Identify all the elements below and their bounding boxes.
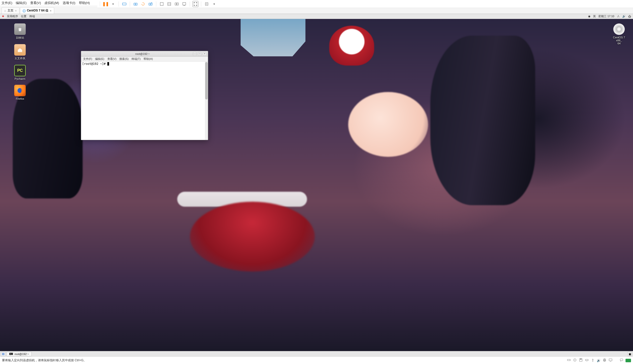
vm-guest-display[interactable]: ◆ 应用程序 位置 终端 ◉ 英 星期三 17:10 🔊 ⏻ bbox=[0, 14, 633, 356]
term-menu-search[interactable]: 搜索(S) bbox=[119, 57, 129, 61]
svg-rect-41 bbox=[609, 359, 612, 361]
network-icon[interactable] bbox=[617, 15, 620, 18]
toolbar-separator bbox=[201, 2, 201, 6]
svg-rect-9 bbox=[160, 2, 163, 6]
view-single-button[interactable] bbox=[159, 1, 165, 7]
gnome-top-panel: ◆ 应用程序 位置 终端 ◉ 英 星期三 17:10 🔊 ⏻ bbox=[0, 14, 633, 19]
snapshot-revert-button[interactable] bbox=[140, 1, 146, 7]
snapshot-button[interactable] bbox=[133, 1, 138, 7]
show-desktop-button[interactable] bbox=[1, 352, 6, 356]
power-icon[interactable]: ⏻ bbox=[628, 15, 631, 18]
gnome-desktop[interactable]: 回收站 主文件夹 PC Pycharm Firefox bbox=[0, 19, 633, 351]
tab-home-close[interactable]: × bbox=[15, 9, 17, 12]
camera-icon bbox=[133, 2, 138, 6]
stretch-guest-button[interactable] bbox=[204, 1, 210, 7]
svg-point-18 bbox=[619, 17, 619, 17]
send-ctrl-alt-del-button[interactable] bbox=[121, 1, 127, 7]
trash-icon bbox=[14, 24, 26, 35]
desktop-icon-disc[interactable]: CentOS 7 x86_ 64 bbox=[610, 24, 628, 45]
desktop-icon-home[interactable]: 主文件夹 bbox=[11, 44, 29, 60]
terminal-scrollbar-thumb[interactable] bbox=[205, 62, 208, 100]
svg-rect-32 bbox=[586, 359, 588, 360]
term-menu-edit[interactable]: 编辑(E) bbox=[95, 57, 104, 61]
manager-icon bbox=[148, 2, 153, 6]
toolbar-separator bbox=[130, 2, 130, 6]
workspace-switcher[interactable]: ▣ bbox=[627, 352, 632, 356]
device-usb-icon[interactable] bbox=[591, 358, 595, 363]
terminal-maximize-button[interactable]: □ bbox=[198, 52, 201, 56]
firefox-icon bbox=[14, 85, 26, 96]
device-network-icon[interactable] bbox=[585, 358, 589, 363]
unity-icon bbox=[174, 2, 179, 6]
vm-menu-vm[interactable]: 虚拟机(M) bbox=[45, 1, 59, 5]
terminal-close-button[interactable]: × bbox=[203, 52, 206, 56]
vm-running-indicator[interactable] bbox=[625, 359, 631, 362]
svg-rect-8 bbox=[151, 2, 152, 3]
fullscreen-enter-icon bbox=[193, 2, 198, 6]
tab-centos-close[interactable]: × bbox=[50, 9, 51, 12]
terminal-menubar: 文件(F) 编辑(E) 查看(V) 搜索(S) 终端(T) 帮助(H) bbox=[81, 56, 208, 62]
device-display-icon[interactable] bbox=[608, 358, 612, 363]
vmware-statusbar: 要将输入定向到该虚拟机，请将鼠标指针移入其中或按 Ctrl+G。 🔊 bbox=[0, 356, 633, 364]
input-method-indicator[interactable]: 英 bbox=[593, 14, 596, 18]
svg-point-2 bbox=[124, 4, 125, 4]
gnome-menu-places[interactable]: 位置 bbox=[21, 14, 27, 18]
view-split-button[interactable] bbox=[166, 1, 172, 7]
desktop-icon-firefox[interactable]: Firefox bbox=[11, 85, 29, 100]
gnome-menu-terminal[interactable]: 终端 bbox=[30, 14, 35, 18]
terminal-titlebar[interactable]: root@192:~ — □ × bbox=[81, 51, 208, 56]
term-menu-file[interactable]: 文件(F) bbox=[83, 57, 92, 61]
revert-icon bbox=[141, 2, 145, 6]
desktop-icon-firefox-label: Firefox bbox=[16, 97, 24, 100]
device-cd-icon[interactable] bbox=[573, 358, 577, 363]
vm-menu-edit[interactable]: 编辑(E) bbox=[16, 1, 27, 5]
desktop-icon-disc-label: CentOS 7 x86_ 64 bbox=[610, 36, 628, 45]
terminal-title: root@192:~ bbox=[94, 52, 191, 55]
pause-dropdown[interactable]: ▾ bbox=[110, 1, 116, 7]
tab-home-label: 主页 bbox=[8, 8, 14, 13]
gnome-menu-applications[interactable]: 应用程序 bbox=[7, 14, 18, 18]
accessibility-icon[interactable]: ◉ bbox=[588, 15, 590, 18]
clock-label[interactable]: 星期三 17:10 bbox=[598, 14, 614, 18]
show-desktop-icon bbox=[2, 352, 5, 356]
view-console-button[interactable] bbox=[181, 1, 187, 7]
device-sound-icon[interactable]: 🔊 bbox=[597, 359, 600, 362]
vm-menu-help[interactable]: 帮助(H) bbox=[79, 1, 90, 5]
vm-menu-tabs[interactable]: 选项卡(I) bbox=[63, 1, 75, 5]
desktop-icon-trash[interactable]: 回收站 bbox=[11, 24, 29, 40]
volume-icon[interactable]: 🔊 bbox=[622, 15, 626, 18]
desktop-icon-pycharm[interactable]: PC Pycharm bbox=[11, 65, 29, 80]
snapshot-manager-button[interactable] bbox=[147, 1, 153, 7]
device-printer-icon[interactable] bbox=[602, 358, 606, 363]
gnome-bottom-panel: >_ root@192:~ ▣ bbox=[0, 351, 633, 356]
tab-centos[interactable]: ▢ CentOS 7 64 位 × bbox=[20, 7, 54, 14]
svg-rect-4 bbox=[134, 3, 137, 5]
term-menu-view[interactable]: 查看(V) bbox=[107, 57, 117, 61]
terminal-window[interactable]: root@192:~ — □ × 文件(F) 编辑(E) 查看(V) 搜索(S)… bbox=[81, 51, 208, 140]
desktop-icons-left: 回收站 主文件夹 PC Pycharm Firefox bbox=[11, 24, 29, 100]
message-log-icon[interactable] bbox=[619, 358, 623, 363]
svg-rect-31 bbox=[580, 359, 581, 360]
terminal-scrollbar[interactable] bbox=[205, 62, 208, 140]
split-window-icon bbox=[167, 2, 171, 6]
pause-vm-button[interactable]: ❚❚ bbox=[103, 1, 109, 7]
tab-home[interactable]: ⌂ 主页 × bbox=[2, 7, 20, 14]
terminal-taskbar-icon: >_ bbox=[9, 353, 13, 355]
svg-rect-20 bbox=[18, 27, 22, 28]
term-menu-help[interactable]: 帮助(H) bbox=[143, 57, 153, 61]
device-floppy-icon[interactable] bbox=[579, 358, 583, 363]
desktop-icons-right: CentOS 7 x86_ 64 bbox=[610, 24, 628, 45]
enter-fullscreen-button[interactable] bbox=[192, 1, 198, 7]
svg-rect-6 bbox=[149, 3, 152, 5]
svg-point-3 bbox=[125, 4, 126, 4]
terminal-body[interactable]: [root@192 ~]# bbox=[81, 62, 208, 140]
vm-menu-view[interactable]: 查看(V) bbox=[30, 1, 41, 5]
view-unity-button[interactable] bbox=[174, 1, 180, 7]
terminal-minimize-button[interactable]: — bbox=[193, 52, 196, 56]
device-hdd-icon[interactable] bbox=[567, 358, 571, 363]
stretch-dropdown[interactable]: ▾ bbox=[211, 1, 217, 7]
console-icon bbox=[182, 2, 186, 6]
term-menu-terminal[interactable]: 终端(T) bbox=[132, 57, 140, 61]
vm-menu-file[interactable]: 文件(E) bbox=[2, 1, 12, 5]
taskbar-terminal-entry[interactable]: >_ root@192:~ bbox=[7, 352, 32, 356]
